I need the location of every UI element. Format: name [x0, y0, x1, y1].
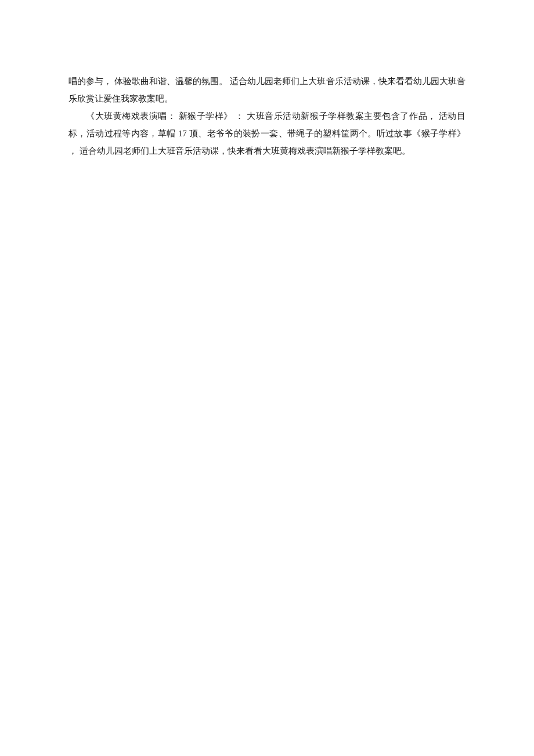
paragraph-2: 《大班黄梅戏表演唱： 新猴子学样》 ： 大班音乐活动新猴子学样教案主要包含了作品… — [68, 107, 466, 160]
paragraph-1: 唱的参与， 体验歌曲和谐、温馨的氛围。 适合幼儿园老师们上大班音乐活动课，快来看… — [68, 73, 466, 107]
